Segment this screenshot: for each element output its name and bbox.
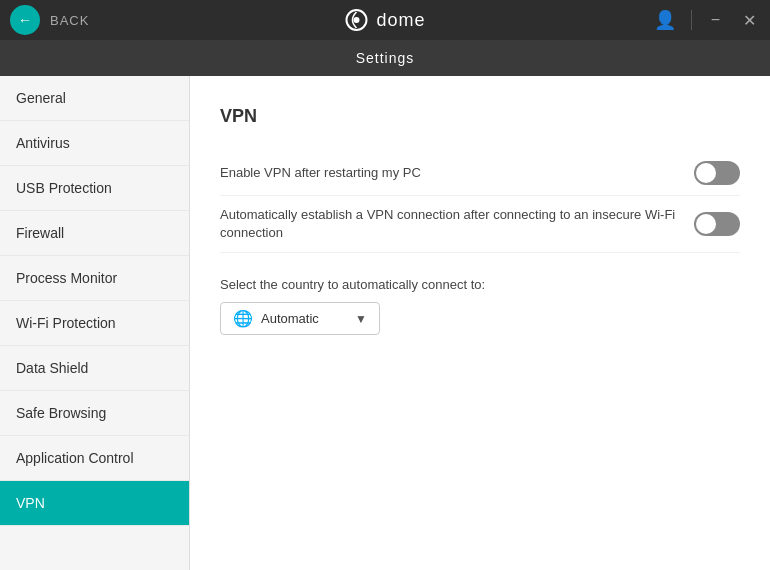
country-select-value: Automatic — [261, 311, 319, 326]
country-select-dropdown[interactable]: 🌐 Automatic ▼ — [220, 302, 380, 335]
sidebar-item-process-monitor[interactable]: Process Monitor — [0, 256, 189, 301]
sidebar: GeneralAntivirusUSB ProtectionFirewallPr… — [0, 76, 190, 570]
section-title: VPN — [220, 106, 740, 127]
close-button[interactable]: ✕ — [739, 7, 760, 34]
settings-bar: Settings — [0, 40, 770, 76]
globe-icon: 🌐 — [233, 309, 253, 328]
country-select-section: Select the country to automatically conn… — [220, 277, 740, 335]
sidebar-item-safe-browsing[interactable]: Safe Browsing — [0, 391, 189, 436]
country-select-label: Select the country to automatically conn… — [220, 277, 740, 292]
sidebar-item-general[interactable]: General — [0, 76, 189, 121]
minimize-button[interactable]: − — [707, 7, 724, 33]
setting-row-enable-vpn: Enable VPN after restarting my PC — [220, 151, 740, 196]
back-label: BACK — [50, 13, 89, 28]
toggle-track-auto-vpn[interactable] — [694, 212, 740, 236]
settings-bar-title: Settings — [356, 50, 415, 66]
svg-point-1 — [353, 17, 359, 23]
sidebar-item-data-shield[interactable]: Data Shield — [0, 346, 189, 391]
back-button[interactable]: ← — [10, 5, 40, 35]
sidebar-item-firewall[interactable]: Firewall — [0, 211, 189, 256]
logo-icon — [344, 8, 368, 32]
sidebar-item-application-control[interactable]: Application Control — [0, 436, 189, 481]
sidebar-item-vpn[interactable]: VPN — [0, 481, 189, 526]
sidebar-item-usb-protection[interactable]: USB Protection — [0, 166, 189, 211]
logo-text: dome — [376, 10, 425, 31]
chevron-down-icon: ▼ — [355, 312, 367, 326]
toggle-track-enable-vpn[interactable] — [694, 161, 740, 185]
main-content: GeneralAntivirusUSB ProtectionFirewallPr… — [0, 76, 770, 570]
setting-label-auto-vpn: Automatically establish a VPN connection… — [220, 206, 680, 242]
setting-label-enable-vpn: Enable VPN after restarting my PC — [220, 164, 421, 182]
setting-row-auto-vpn: Automatically establish a VPN connection… — [220, 196, 740, 253]
title-bar: ← BACK dome 👤 − ✕ — [0, 0, 770, 40]
window-separator — [691, 10, 692, 30]
toggle-auto-vpn[interactable] — [694, 212, 740, 236]
sidebar-item-wifi-protection[interactable]: Wi-Fi Protection — [0, 301, 189, 346]
content-panel: VPN Enable VPN after restarting my PC Au… — [190, 76, 770, 570]
toggle-thumb-auto-vpn — [696, 214, 716, 234]
title-bar-center: dome — [344, 8, 425, 32]
sidebar-item-antivirus[interactable]: Antivirus — [0, 121, 189, 166]
title-bar-left: ← BACK — [10, 5, 89, 35]
user-icon[interactable]: 👤 — [654, 9, 676, 31]
toggle-enable-vpn[interactable] — [694, 161, 740, 185]
toggle-thumb-enable-vpn — [696, 163, 716, 183]
title-bar-right: 👤 − ✕ — [654, 7, 760, 34]
